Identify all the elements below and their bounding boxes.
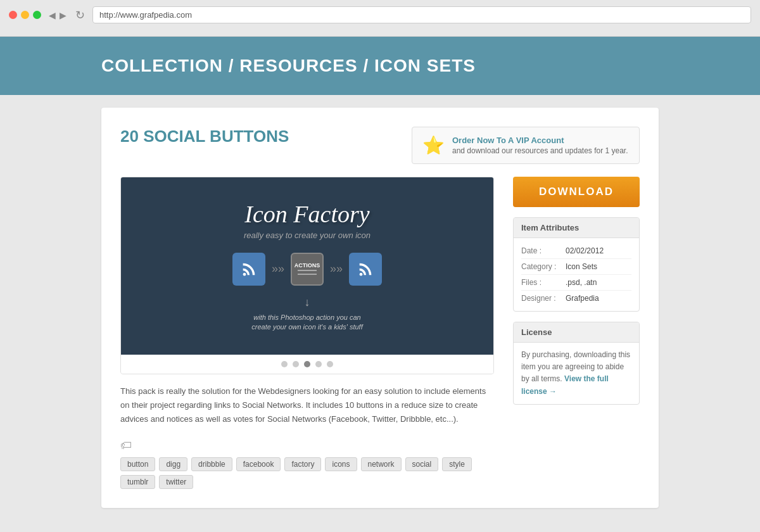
slideshow: Icon Factory really easy to create your … xyxy=(120,177,494,374)
refresh-button[interactable]: ↻ xyxy=(75,8,85,22)
right-column: DOWNLOAD Item Attributes Date :02/02/201… xyxy=(513,177,640,489)
attribute-row: Designer :Grafpedia xyxy=(521,291,631,306)
attribute-row: Files :.psd, .atn xyxy=(521,275,631,291)
left-column: Icon Factory really easy to create your … xyxy=(120,177,494,489)
arrow-icon-2: »» xyxy=(330,262,343,276)
tag[interactable]: twitter xyxy=(159,475,193,489)
attributes-header: Item Attributes xyxy=(514,218,639,238)
icon-factory-subtitle: really easy to create your own icon xyxy=(244,231,370,240)
site-header: COLLECTION / RESOURCES / ICON SETS xyxy=(0,37,760,95)
dot-1[interactable] xyxy=(281,361,288,367)
tag[interactable]: facebook xyxy=(236,457,281,471)
attr-label: Category : xyxy=(521,262,566,271)
attr-value: 02/02/2012 xyxy=(566,246,604,255)
vip-text: Order Now To A VIP Account and download … xyxy=(452,136,628,155)
arrow-icon-1: »» xyxy=(272,262,284,276)
main-wrapper: COLLECTION / RESOURCES / ICON SETS 20 SO… xyxy=(0,37,760,532)
tag[interactable]: icons xyxy=(325,457,357,471)
attributes-box: Item Attributes Date :02/02/2012Category… xyxy=(513,217,640,312)
license-header: License xyxy=(514,322,639,343)
dot-2[interactable] xyxy=(293,361,299,367)
forward-button[interactable]: ▶ xyxy=(60,10,66,20)
white-card: 20 SOCIAL BUTTONS ⭐ Order Now To A VIP A… xyxy=(101,108,659,508)
demo-actions-icon: ACTIONS xyxy=(291,253,324,286)
description: This pack is really the solution for the… xyxy=(120,384,494,426)
minimize-button[interactable] xyxy=(21,11,29,19)
attr-label: Files : xyxy=(521,278,566,287)
dot-5[interactable] xyxy=(327,361,333,367)
svg-point-0 xyxy=(243,272,246,276)
slideshow-content: Icon Factory really easy to create your … xyxy=(121,177,493,355)
vip-box[interactable]: ⭐ Order Now To A VIP Account and downloa… xyxy=(412,127,640,164)
tag[interactable]: network xyxy=(361,457,402,471)
content-area: 20 SOCIAL BUTTONS ⭐ Order Now To A VIP A… xyxy=(0,95,760,532)
breadcrumb-title: COLLECTION / RESOURCES / ICON SETS xyxy=(101,56,659,76)
attribute-row: Date :02/02/2012 xyxy=(521,243,631,259)
vip-title: Order Now To A VIP Account xyxy=(452,136,628,145)
dot-4[interactable] xyxy=(315,361,322,367)
slideshow-image: Icon Factory really easy to create your … xyxy=(121,177,493,355)
attribute-row: Category :Icon Sets xyxy=(521,259,631,275)
svg-point-1 xyxy=(360,272,363,276)
card-top: 20 SOCIAL BUTTONS ⭐ Order Now To A VIP A… xyxy=(120,127,640,164)
vip-star-icon: ⭐ xyxy=(422,135,445,156)
traffic-lights xyxy=(9,11,41,19)
attributes-body: Date :02/02/2012Category :Icon SetsFiles… xyxy=(514,238,639,311)
tag-icon: 🏷 xyxy=(120,439,132,452)
tag[interactable]: tumblr xyxy=(120,475,155,489)
icon-factory-title: Icon Factory xyxy=(244,200,369,228)
tag[interactable]: button xyxy=(120,457,155,471)
tag[interactable]: factory xyxy=(284,457,321,471)
browser-chrome: ◀ ▶ ↻ xyxy=(0,0,760,37)
attr-value: Icon Sets xyxy=(566,262,597,271)
card-main: Icon Factory really easy to create your … xyxy=(120,177,640,489)
tag[interactable]: digg xyxy=(159,457,187,471)
maximize-button[interactable] xyxy=(33,11,41,19)
attr-label: Date : xyxy=(521,246,566,255)
back-button[interactable]: ◀ xyxy=(49,10,56,20)
attr-value: Grafpedia xyxy=(566,294,599,303)
tags-row: 🏷 buttondiggdribbblefacebookfactoryicons… xyxy=(120,438,494,489)
demo-rss-source xyxy=(232,253,265,286)
demo-rss-result xyxy=(349,253,382,286)
license-box: License By purchasing, downloading this … xyxy=(513,322,640,405)
dot-3[interactable] xyxy=(304,361,310,367)
close-button[interactable] xyxy=(9,11,17,19)
tags-list: buttondiggdribbblefacebookfactoryiconsne… xyxy=(120,457,494,489)
demo-caption: with this Photoshop action you can creat… xyxy=(251,313,362,332)
slideshow-dots xyxy=(121,355,493,374)
license-body: By purchasing, downloading this item you… xyxy=(514,343,639,404)
item-title: 20 SOCIAL BUTTONS xyxy=(120,127,289,146)
tag[interactable]: style xyxy=(442,457,472,471)
download-button[interactable]: DOWNLOAD xyxy=(513,177,640,207)
tag[interactable]: social xyxy=(405,457,439,471)
icon-demo-row: »» ACTIONS »» xyxy=(232,253,382,286)
attr-value: .psd, .atn xyxy=(566,278,597,287)
vip-subtitle: and download our resources and updates f… xyxy=(452,146,628,155)
tag[interactable]: dribbble xyxy=(191,457,232,471)
nav-arrows: ◀ ▶ xyxy=(49,10,66,20)
address-bar[interactable] xyxy=(92,6,751,23)
attr-label: Designer : xyxy=(521,294,566,303)
